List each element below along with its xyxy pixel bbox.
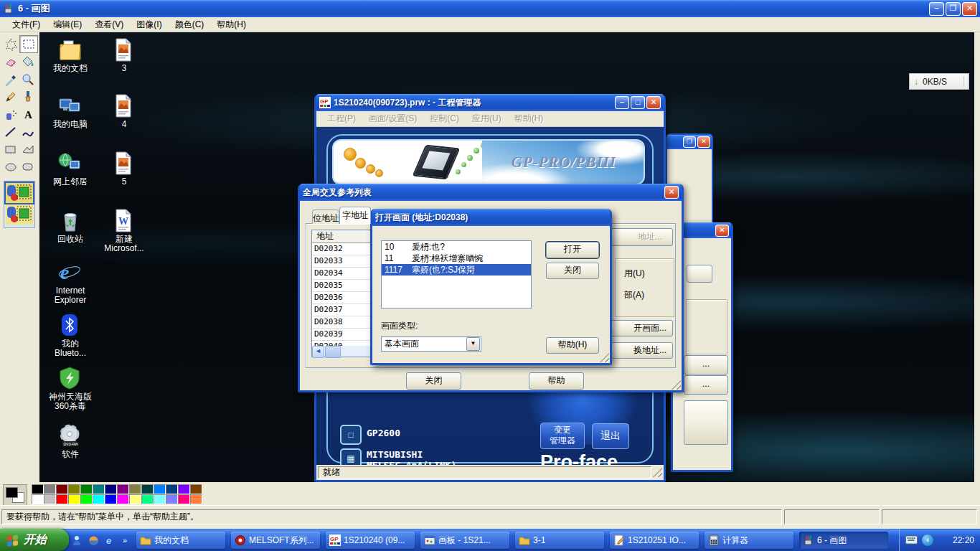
change-manager-button[interactable]: 变更管理器 bbox=[540, 423, 585, 449]
palette-swatch-800000[interactable] bbox=[56, 484, 68, 494]
gp-menu-4[interactable]: 帮助(H) bbox=[508, 111, 550, 126]
resize-grip[interactable] bbox=[672, 380, 681, 390]
maximize-button[interactable]: □ bbox=[631, 96, 645, 109]
desktop-icon-image-file-21[interactable]: 4 bbox=[99, 94, 149, 129]
palette-swatch-004040[interactable] bbox=[141, 484, 154, 494]
address-row[interactable]: D02033 bbox=[312, 255, 374, 268]
tool-select[interactable] bbox=[19, 35, 38, 53]
desktop-icon-word-document-23[interactable]: W新建 Microsof... bbox=[99, 209, 149, 253]
palette-swatch-FF00FF[interactable] bbox=[117, 494, 129, 504]
minimize-button[interactable]: – bbox=[929, 2, 944, 16]
option-transparent-selection[interactable] bbox=[6, 204, 33, 225]
palette-swatch-808040[interactable] bbox=[129, 484, 141, 494]
palette-swatch-800080[interactable] bbox=[117, 484, 129, 494]
palette-swatch-804000[interactable] bbox=[190, 484, 202, 494]
screen-list-item[interactable]: 10爰枬:也? bbox=[382, 241, 531, 253]
hidden-button-fragment[interactable] bbox=[687, 265, 712, 283]
gp-menu-1[interactable]: 画面/设置(S) bbox=[362, 111, 423, 126]
address-row[interactable]: D02036 bbox=[312, 292, 374, 304]
desktop-icon-image-file-22[interactable]: 5 bbox=[99, 151, 149, 187]
tool-pick-color[interactable] bbox=[2, 71, 19, 88]
tool-brush[interactable] bbox=[19, 89, 37, 105]
tool-rounded-rectangle[interactable] bbox=[19, 159, 37, 176]
paint-canvas[interactable]: 我的文档我的电脑网上邻居回收站eInternet Explorer我的 Blue… bbox=[39, 32, 974, 482]
taskbar-button-7[interactable]: 6 - 画图 bbox=[799, 532, 888, 549]
palette-swatch-00FF00[interactable] bbox=[80, 494, 93, 504]
palette-swatch-004080[interactable] bbox=[166, 484, 178, 494]
address-column-header[interactable]: 地址 bbox=[312, 230, 374, 243]
gp-menu-0[interactable]: 工程(P) bbox=[321, 111, 362, 126]
palette-swatch-FFFF00[interactable] bbox=[68, 494, 80, 504]
ellipsis-button[interactable]: ... bbox=[684, 375, 728, 395]
palette-swatch-00FFFF[interactable] bbox=[93, 494, 105, 504]
all-radio-label[interactable]: 部(A) bbox=[624, 289, 644, 301]
open-screen-button-fragment[interactable]: 开画面... bbox=[607, 320, 673, 336]
palette-swatch-8000FF[interactable] bbox=[178, 484, 190, 494]
taskbar-button-6[interactable]: 计算器 bbox=[705, 532, 793, 549]
tool-ellipse[interactable] bbox=[2, 159, 19, 176]
palette-swatch-FF0000[interactable] bbox=[56, 494, 68, 504]
screen-list-item[interactable]: 11爰枬:棉袄增寨晒惋 bbox=[382, 253, 531, 264]
chevron-more-icon[interactable]: » bbox=[123, 536, 127, 545]
tool-polygon[interactable] bbox=[19, 141, 37, 158]
resize-grip[interactable] bbox=[653, 468, 662, 477]
screen-type-combobox[interactable]: 基本画面 ▼ bbox=[381, 336, 481, 352]
desktop-icon-bluetooth-15[interactable]: 我的 Blueto... bbox=[45, 314, 95, 358]
close-button[interactable]: ✕ bbox=[697, 136, 710, 148]
palette-swatch-008080[interactable] bbox=[93, 484, 105, 494]
paint-menu-3[interactable]: 图像(I) bbox=[130, 17, 168, 32]
hidden-button-fragment[interactable] bbox=[684, 400, 728, 445]
tool-line[interactable] bbox=[2, 124, 19, 141]
desktop-icon-my-documents-10[interactable]: 我的文档 bbox=[45, 38, 95, 73]
taskbar-button-4[interactable]: 3-1 bbox=[515, 532, 604, 549]
address-row[interactable]: D02037 bbox=[312, 304, 374, 316]
address-list[interactable]: 地址 D02032D02033D02034D02035D02036D02037D… bbox=[311, 230, 375, 357]
ellipsis-button[interactable]: ... bbox=[684, 355, 728, 375]
address-row[interactable]: D02035 bbox=[312, 280, 374, 292]
palette-swatch-000080[interactable] bbox=[105, 484, 117, 494]
open-dialog-help-button[interactable]: 帮助(H) bbox=[546, 337, 599, 354]
address-list-hscrollbar[interactable]: ◄ bbox=[312, 346, 374, 357]
address-row[interactable]: D02038 bbox=[312, 316, 374, 329]
start-button[interactable]: 开始 bbox=[0, 529, 69, 551]
tool-curve[interactable] bbox=[19, 124, 37, 141]
paint-menu-2[interactable]: 查看(V) bbox=[88, 17, 130, 32]
palette-swatch-FFFFFF[interactable] bbox=[32, 494, 44, 504]
desktop-icon-image-file-20[interactable]: 3 bbox=[99, 38, 149, 73]
palette-swatch-808080[interactable] bbox=[44, 484, 56, 494]
address-row[interactable]: D02034 bbox=[312, 268, 374, 280]
palette-swatch-000000[interactable] bbox=[32, 484, 44, 494]
paint-menu-1[interactable]: 编辑(E) bbox=[47, 17, 88, 32]
option-opaque-selection[interactable] bbox=[6, 183, 33, 203]
desktop-icon-network-places-12[interactable]: 网上邻居 bbox=[45, 151, 95, 187]
tool-eraser[interactable] bbox=[2, 54, 19, 70]
close-button[interactable]: ✕ bbox=[962, 2, 977, 16]
scroll-thumb[interactable] bbox=[325, 346, 341, 358]
screen-list[interactable]: 10爰枬:也?11爰枬:棉袄增寨晒惋1117寒娇(也?:SJ保搿 bbox=[381, 240, 532, 309]
resize-grip[interactable] bbox=[600, 353, 609, 362]
taskbar-button-3[interactable]: 画板 - 1S21... bbox=[420, 532, 509, 549]
minimize-button[interactable]: – bbox=[615, 96, 629, 109]
restore-button[interactable]: ❐ bbox=[946, 2, 961, 16]
xref-help-button[interactable]: 帮助 bbox=[529, 372, 584, 390]
tool-airbrush[interactable] bbox=[2, 106, 19, 123]
use-radio-label[interactable]: 用(U) bbox=[624, 268, 645, 280]
messenger-icon[interactable] bbox=[72, 535, 83, 546]
taskbar-button-0[interactable]: 我的文档 bbox=[136, 532, 225, 549]
current-colors-indicator[interactable] bbox=[3, 484, 27, 506]
palette-swatch-0000FF[interactable] bbox=[105, 494, 117, 504]
close-button[interactable]: ✕ bbox=[715, 225, 729, 237]
address-row[interactable]: D02039 bbox=[312, 329, 374, 341]
palette-swatch-8080FF[interactable] bbox=[166, 494, 178, 504]
taskbar-button-1[interactable]: MELSOFT系列... bbox=[231, 532, 320, 549]
palette-swatch-0080FF[interactable] bbox=[154, 484, 166, 494]
desktop-icon-antivirus-shield-16[interactable]: 神州天海版 360杀毒 bbox=[45, 367, 95, 411]
palette-swatch-00FF80[interactable] bbox=[141, 494, 154, 504]
palette-swatch-FF0080[interactable] bbox=[178, 494, 190, 504]
paint-menu-4[interactable]: 颜色(C) bbox=[169, 17, 211, 32]
desktop-icon-my-computer-11[interactable]: 我的电脑 bbox=[45, 94, 95, 129]
close-button[interactable]: ✕ bbox=[646, 96, 661, 109]
palette-swatch-008000[interactable] bbox=[80, 484, 93, 494]
tab-word-address[interactable]: 字地址 bbox=[339, 207, 371, 224]
desktop-icon-internet-explorer-14[interactable]: eInternet Explorer bbox=[45, 260, 95, 305]
